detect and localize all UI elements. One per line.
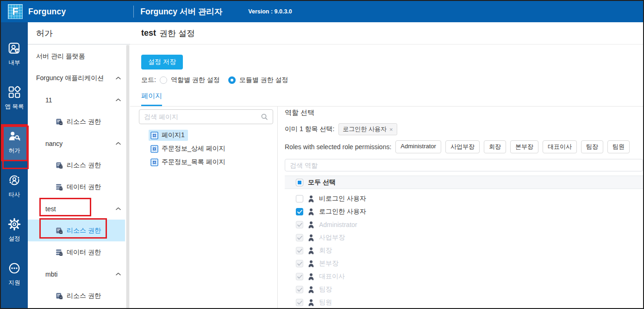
main-body: 설정 저장 모드: 역할별 권한 설정모듈별 권한 설정 페이지 [130, 44, 643, 309]
select-all-checkbox[interactable] [296, 179, 303, 186]
gear-icon [7, 217, 22, 232]
tree-item-label: 주문정보_목록 페이지 [162, 158, 225, 166]
sidebar-item-내부[interactable]: H내부 [1, 41, 28, 69]
page-search-input[interactable] [144, 113, 261, 120]
tree-item-주문정보_상세 페이지[interactable]: 주문정보_상세 페이지 [149, 143, 229, 154]
person-icon [308, 286, 314, 293]
sidebar-item-타사[interactable]: 타사 [1, 173, 28, 201]
role-label: 사업부장 [319, 233, 345, 242]
person-icon [308, 273, 314, 280]
person-icon [308, 234, 314, 241]
page-grid-icon [150, 145, 158, 153]
checkbox-disabled-checked [296, 286, 303, 293]
role-row-Administrator: Administrator [285, 218, 643, 231]
person-icon [308, 208, 314, 215]
inherited-role-tag: 팀원 [607, 140, 630, 153]
page-list: 페이지1주문정보_상세 페이지주문정보_목록 페이지 [139, 130, 277, 168]
version-label: Version : 9.0.3.0 [248, 8, 292, 15]
resource-lock-icon [56, 292, 63, 300]
nav-item-nancy[interactable]: nancy [28, 132, 130, 154]
nav-item-mbti[interactable]: mbti [28, 263, 130, 285]
mode-label: 모드: [141, 76, 156, 84]
role-label: 팀원 [319, 298, 332, 307]
checkbox-unchecked[interactable] [296, 195, 303, 202]
role-label: 대표이사 [319, 272, 345, 281]
save-settings-button[interactable]: 설정 저장 [141, 55, 183, 69]
tree-item-페이지1[interactable]: 페이지1 [149, 130, 188, 141]
permission-tree: 서버 관리 플랫폼Forguncy 애플리케이션11리소스 권한nancy리소스… [28, 44, 130, 307]
chevron-up-icon[interactable] [116, 272, 121, 276]
sidebar-item-앱 목록[interactable]: 앱 목록 [1, 85, 28, 113]
nav-item-데이터 권한[interactable]: 데이터 권한 [28, 241, 130, 263]
person-icon [308, 247, 314, 254]
nav-item-label: 리소스 권한 [67, 227, 101, 235]
checkbox-disabled-checked [296, 221, 303, 228]
sidebar-item-label: 앱 목록 [5, 103, 24, 111]
radio-selected[interactable] [228, 76, 236, 84]
checkbox-disabled-checked [296, 234, 303, 241]
nav-item-데이터 권한[interactable]: 데이터 권한 [28, 176, 130, 198]
sidebar-item-지원[interactable]: 지원 [1, 261, 28, 289]
top-bar: F Forguncy Forguncy 서버 관리자 Version : 9.0… [1, 1, 643, 22]
role-label: 비로그인 사용자 [319, 195, 366, 203]
content-title-app: test [141, 28, 156, 38]
content-title: test 권한 설정 [130, 22, 643, 44]
mode-option-모듈별 권한 설정[interactable]: 모듈별 권한 설정 [228, 76, 288, 84]
search-icon[interactable] [261, 113, 268, 120]
brand-name: Forguncy [28, 7, 66, 17]
nav-item-test[interactable]: test [28, 198, 130, 220]
nav-item-리소스 권한[interactable]: 리소스 권한 [28, 111, 130, 132]
nav-item-11[interactable]: 11 [28, 89, 130, 111]
tree-item-주문정보_목록 페이지[interactable]: 주문정보_목록 페이지 [149, 157, 229, 168]
sidebar-item-허가[interactable]: 허가 [1, 124, 28, 161]
chevron-up-icon[interactable] [116, 98, 121, 101]
selected-roles-row: 이미 1 항목 선택: 로그인한 사용자 × [285, 123, 643, 135]
scrollbar-thumb[interactable] [126, 45, 129, 309]
data-lock-icon [56, 249, 63, 256]
role-label: 회장 [319, 246, 332, 255]
role-select-heading: 역할 선택 [285, 108, 643, 117]
tab-bar: 페이지 [130, 92, 643, 107]
chevron-up-icon[interactable] [116, 142, 121, 145]
nav-item-label: 11 [45, 96, 52, 104]
inherited-role-tag: 본부장 [510, 140, 538, 153]
forguncy-logo-icon: F [8, 4, 23, 19]
mode-option-역할별 권한 설정[interactable]: 역할별 권한 설정 [160, 76, 220, 84]
role-row-대표이사: 대표이사 [285, 270, 643, 283]
sidebar-item-label: 타사 [9, 191, 20, 199]
sidebar-scrollbar[interactable] [126, 45, 130, 309]
nav-item-Forguncy 애플리케이션[interactable]: Forguncy 애플리케이션 [28, 67, 130, 89]
secondary-sidebar: 허가 서버 관리 플랫폼Forguncy 애플리케이션11리소스 권한nancy… [28, 22, 130, 309]
remove-tag-icon[interactable]: × [389, 126, 393, 133]
data-lock-icon [56, 183, 63, 191]
role-label: 본부장 [319, 259, 338, 268]
tab-pages[interactable]: 페이지 [141, 92, 162, 106]
sidebar-item-label: 내부 [9, 59, 20, 67]
sidebar-item-설정[interactable]: 설정 [1, 217, 28, 245]
role-row-팀원: 팀원 [285, 296, 643, 309]
chevron-up-icon[interactable] [116, 207, 121, 210]
tree-item-label: 페이지1 [162, 131, 185, 139]
nav-item-리소스 권한[interactable]: 리소스 권한 [28, 285, 130, 307]
role-label: 팀장 [319, 285, 332, 294]
radio-unselected[interactable] [160, 76, 167, 84]
nav-item-서버 관리 플랫폼[interactable]: 서버 관리 플랫폼 [28, 45, 130, 67]
chevron-up-icon[interactable] [116, 76, 121, 80]
role-row-로그인한 사용자[interactable]: 로그인한 사용자 [285, 205, 643, 218]
role-label: Administrator [319, 221, 357, 228]
resource-lock-icon [56, 162, 63, 169]
nav-item-label: 데이터 권한 [67, 248, 101, 257]
selected-role-tag: 로그인한 사용자 × [338, 123, 397, 135]
checkbox-disabled-checked [296, 299, 303, 306]
nav-item-label: test [45, 205, 56, 213]
checkbox-checked[interactable] [296, 208, 303, 215]
nav-item-리소스 권한[interactable]: 리소스 권한 [28, 220, 125, 241]
page-search-box [139, 109, 273, 124]
role-row-비로그인 사용자[interactable]: 비로그인 사용자 [285, 192, 643, 205]
role-search-input[interactable] [285, 159, 643, 171]
nav-item-리소스 권한[interactable]: 리소스 권한 [28, 154, 130, 176]
svg-text:H: H [16, 49, 19, 53]
person-icon [308, 221, 314, 228]
mode-options: 역할별 권한 설정모듈별 권한 설정 [160, 76, 297, 84]
apps-grid-icon [7, 85, 22, 100]
